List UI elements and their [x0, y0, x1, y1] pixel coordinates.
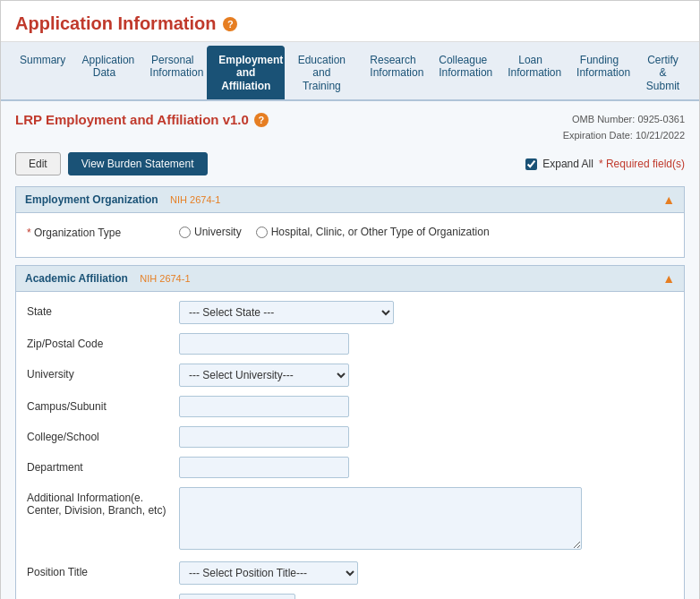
tabs-container: Summary ApplicationData PersonalInformat…: [1, 42, 699, 101]
college-label: College/School: [27, 426, 179, 443]
omb-info: OMB Number: 0925-0361 Expiration Date: 1…: [563, 112, 685, 143]
state-label: State: [27, 301, 179, 318]
content-area: LRP Employment and Affiliation v1.0 ? OM…: [1, 101, 699, 599]
zip-label: Zip/Postal Code: [27, 333, 179, 350]
position-title-label: Position Title: [27, 561, 179, 578]
state-row: State --- Select State --- Alabama Alask…: [27, 301, 673, 324]
expand-all-label[interactable]: Expand All: [542, 158, 593, 170]
employment-collapse-icon[interactable]: ▲: [662, 193, 675, 207]
tab-employment-affiliation[interactable]: EmploymentandAffiliation: [207, 46, 285, 99]
employment-section-id: NIH 2674-1: [170, 194, 220, 205]
tab-colleague-information[interactable]: ColleagueInformation: [427, 46, 496, 99]
employment-organization-section: Employment Organization NIH 2674-1 ▲ Org…: [15, 186, 685, 258]
tab-personal-information[interactable]: PersonalInformation: [138, 46, 207, 99]
expand-all-checkbox[interactable]: [525, 158, 537, 170]
university-row: University --- Select University---: [27, 364, 673, 387]
radio-hospital-label[interactable]: Hospital, Clinic, or Other Type of Organ…: [256, 226, 490, 238]
department-label: Department: [27, 457, 179, 474]
edit-button[interactable]: Edit: [15, 152, 61, 175]
page-wrapper: Application Information ? Summary Applic…: [0, 0, 700, 599]
tab-education-training[interactable]: Educationand Training: [285, 46, 358, 99]
department-input[interactable]: [179, 457, 349, 478]
employment-section-title: Employment Organization: [25, 193, 158, 206]
page-title: Application Information: [15, 13, 216, 34]
affiliation-section-id: NIH 2674-1: [140, 273, 190, 284]
tab-summary[interactable]: Summary: [8, 46, 71, 99]
start-date-input[interactable]: [179, 594, 295, 599]
department-control: [179, 457, 673, 478]
start-date-row: Start Date: [27, 594, 673, 599]
zip-input[interactable]: [179, 333, 349, 355]
additional-info-textarea[interactable]: [179, 487, 582, 550]
burden-statement-button[interactable]: View Burden Statement: [68, 152, 208, 175]
campus-control: [179, 396, 673, 417]
radio-hospital-text: Hospital, Clinic, or Other Type of Organ…: [271, 226, 490, 238]
employment-section-body: Organization Type University Hospital, C…: [16, 213, 684, 257]
org-type-controls: University Hospital, Clinic, or Other Ty…: [179, 222, 673, 238]
university-control: --- Select University---: [179, 364, 673, 387]
campus-label: Campus/Subunit: [27, 396, 179, 413]
page-header: Application Information ?: [1, 1, 699, 42]
campus-row: Campus/Subunit: [27, 396, 673, 417]
university-label: University: [27, 364, 179, 381]
college-row: College/School: [27, 426, 673, 448]
state-control: --- Select State --- Alabama Alaska Ariz…: [179, 301, 673, 324]
college-control: [179, 426, 673, 448]
expand-area: Expand All * Required field(s): [525, 158, 685, 170]
form-header: LRP Employment and Affiliation v1.0 ? OM…: [15, 112, 685, 143]
radio-university-text: University: [194, 226, 242, 238]
additional-info-label: Additional Information(e. Center, Divisi…: [27, 487, 179, 517]
tab-research-information[interactable]: ResearchInformation: [358, 46, 427, 99]
zip-row: Zip/Postal Code: [27, 333, 673, 355]
employment-section-header: Employment Organization NIH 2674-1 ▲: [16, 187, 684, 213]
action-bar: Edit View Burden Statement Expand All * …: [15, 152, 685, 175]
affiliation-section-header: Academic Affiliation NIH 2674-1 ▲: [16, 266, 684, 292]
affiliation-section-title: Academic Affiliation: [25, 272, 128, 285]
required-fields-note: * Required field(s): [599, 158, 685, 170]
org-type-radio-group: University Hospital, Clinic, or Other Ty…: [179, 222, 673, 238]
page-help-icon[interactable]: ?: [223, 17, 237, 31]
radio-hospital[interactable]: [256, 227, 268, 238]
position-title-control: --- Select Position Title---: [179, 561, 673, 585]
college-input[interactable]: [179, 426, 349, 448]
additional-info-control: [179, 487, 673, 552]
tab-loan-information[interactable]: LoanInformation: [496, 46, 565, 99]
form-title: LRP Employment and Affiliation v1.0 ?: [15, 112, 269, 127]
start-date-control: [179, 594, 673, 599]
radio-university-label[interactable]: University: [179, 226, 242, 238]
campus-input[interactable]: [179, 396, 349, 417]
affiliation-section-body: State --- Select State --- Alabama Alask…: [16, 292, 684, 599]
start-date-label: Start Date: [27, 594, 179, 599]
org-type-row: Organization Type University Hospital, C…: [27, 222, 673, 239]
state-select[interactable]: --- Select State --- Alabama Alaska Ariz…: [179, 301, 394, 324]
tab-certify-submit[interactable]: Certify &Submit: [634, 46, 692, 99]
position-title-row: Position Title --- Select Position Title…: [27, 561, 673, 585]
radio-university[interactable]: [179, 227, 191, 238]
tab-application-data[interactable]: ApplicationData: [71, 46, 139, 99]
form-help-icon[interactable]: ?: [254, 113, 269, 127]
position-title-select[interactable]: --- Select Position Title---: [179, 561, 358, 585]
zip-control: [179, 333, 673, 355]
academic-affiliation-section: Academic Affiliation NIH 2674-1 ▲ State …: [15, 265, 685, 599]
tab-funding-information[interactable]: FundingInformation: [565, 46, 634, 99]
additional-info-row: Additional Information(e. Center, Divisi…: [27, 487, 673, 552]
department-row: Department: [27, 457, 673, 478]
university-select[interactable]: --- Select University---: [179, 364, 349, 387]
org-type-label: Organization Type: [27, 222, 179, 239]
affiliation-collapse-icon[interactable]: ▲: [662, 271, 675, 286]
